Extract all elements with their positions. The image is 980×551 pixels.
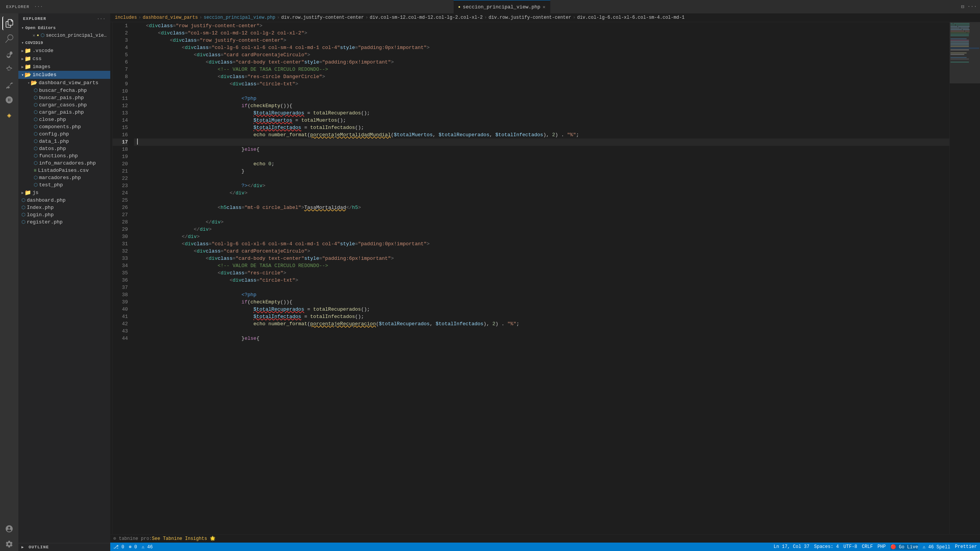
code-line-19 — [134, 153, 949, 160]
breadcrumb-includes[interactable]: includes — [115, 15, 137, 20]
tree-item-test-php[interactable]: ⬡ test_php — [18, 181, 110, 189]
tree-item-js[interactable]: ▶ 📁 js — [18, 189, 110, 197]
accounts-activity-icon[interactable] — [2, 522, 16, 536]
tree-item-marcadores[interactable]: ⬡ marcadores.php — [18, 174, 110, 181]
open-editors-chevron: ▾ — [21, 26, 24, 30]
code-line-13: $totalRecuperados = totalRecuperados(); — [134, 109, 949, 117]
code-line-2: <div class="col-sm-12 col-md-12 col-lg-2… — [134, 29, 949, 37]
prettier-status[interactable]: Prettier — [955, 544, 977, 549]
spaces-status[interactable]: Spaces: 4 — [814, 544, 839, 549]
spell-check-status[interactable]: ⚠ 46 Spell — [923, 544, 950, 550]
tree-label-bp: buscar_pais.php — [39, 95, 84, 101]
encoding-status[interactable]: UTF-8 — [843, 544, 857, 549]
tree-label-images: images — [33, 64, 51, 70]
remote-activity-icon[interactable] — [2, 93, 16, 107]
warning-status[interactable]: ⚠ 46 — [142, 544, 153, 550]
tab-close-button[interactable]: ✕ — [543, 4, 546, 10]
code-line-17 — [134, 139, 949, 146]
explorer-activity-icon[interactable] — [2, 16, 16, 30]
tree-item-functions[interactable]: ⬡ functions.php — [18, 152, 110, 160]
code-line-12: if(checkEmpty()){ — [134, 102, 949, 109]
source-control-activity-icon[interactable] — [2, 47, 16, 61]
go-live-status[interactable]: 🔴 Go Live — [890, 544, 918, 550]
tree-label-mc: marcadores.php — [39, 175, 81, 181]
more-actions-icon[interactable]: ··· — [967, 3, 977, 10]
project-section[interactable]: ▾ COVID19 — [18, 39, 110, 47]
code-line-39: if(checkEmpty()){ — [134, 298, 949, 306]
tree-item-info-marc[interactable]: ⬡ info_marcadores.php — [18, 160, 110, 167]
folder-chevron: ▶ — [21, 49, 24, 53]
tree-label-css: css — [33, 56, 41, 62]
open-editor-item[interactable]: ✕ ● ⬡ seccion_principal_view.php — [18, 32, 110, 39]
php-file-icon-db: ⬡ — [21, 197, 25, 203]
code-line-21: } — [134, 168, 949, 175]
tree-item-close[interactable]: ⬡ close.php — [18, 116, 110, 123]
open-editors-section[interactable]: ▾ Open Editors — [18, 24, 110, 32]
tree-item-dashboard-parts[interactable]: ▾ 📂 dashboard_view_parts — [18, 79, 110, 87]
tree-item-config[interactable]: ⬡ config.php — [18, 130, 110, 138]
split-editor-icon[interactable]: ⊟ — [961, 3, 964, 10]
outline-section[interactable]: ▶ Outline — [18, 543, 110, 551]
language-status[interactable]: PHP — [877, 544, 886, 549]
code-line-24: </div> — [134, 189, 949, 197]
tabnine-activity-icon[interactable]: ◈ — [2, 108, 16, 122]
php-file-icon-im: ⬡ — [34, 160, 38, 166]
code-line-9: <div class="circle-txt"> — [134, 80, 949, 88]
error-status[interactable]: ⊗ 0 — [129, 544, 137, 550]
code-line-43 — [134, 328, 949, 335]
tabnine-insights-link[interactable]: See Tabnine Insights 🌟 — [152, 536, 216, 541]
tree-item-images[interactable]: ▶ 📁 images — [18, 63, 110, 71]
breadcrumb-el3[interactable]: div.row.justify-content-center — [488, 15, 571, 20]
tree-item-login[interactable]: ⬡ login.php — [18, 211, 110, 218]
tree-item-register[interactable]: ⬡ register.php — [18, 218, 110, 226]
active-tab[interactable]: ● seccion_principal_view.php ✕ — [454, 0, 550, 13]
explorer-menu-icon[interactable]: ··· — [34, 4, 43, 10]
breadcrumb-el2[interactable]: div.col-sm-12.col-md-12.col-lg-2.col-xl-… — [370, 15, 483, 20]
tree-label-vscode: .vscode — [33, 48, 54, 54]
tree-item-cargar-pais[interactable]: ⬡ cargar_pais.php — [18, 109, 110, 116]
line-endings-status[interactable]: CRLF — [862, 544, 873, 549]
tree-label-bf: buscar_fecha.php — [39, 88, 87, 93]
tree-item-data1[interactable]: ⬡ data_1.php — [18, 138, 110, 145]
project-label: COVID19 — [25, 41, 43, 45]
code-line-7: <!-- VALOR DE TASA CIRCULO REDONDO--> — [134, 66, 949, 73]
search-activity-icon[interactable] — [2, 32, 16, 46]
tree-item-listado[interactable]: ≡ ListadoPaises.csv — [18, 167, 110, 174]
cursor-position-status[interactable]: Ln 17, Col 37 — [774, 544, 810, 549]
tree-item-buscar-pais[interactable]: ⬡ buscar_pais.php — [18, 94, 110, 101]
breadcrumb-el4[interactable]: div.col-lg-6.col-xl-6.col-sm-4.col-md-1 — [577, 15, 684, 20]
sidebar-menu[interactable]: ··· — [97, 16, 106, 21]
open-editor-name: seccion_principal_view.php — [46, 33, 107, 38]
tree-item-components[interactable]: ⬡ components.php — [18, 123, 110, 130]
debug-activity-icon[interactable] — [2, 62, 16, 76]
open-editor-close-icon[interactable]: ✕ — [33, 33, 35, 38]
code-line-8: <div class="res-circle DangerCircle"> — [134, 73, 949, 80]
line-numbers: 1 2 3 4 5 6 7 8 9 10 11 12 13 14 15 16 1 — [113, 22, 131, 534]
code-content[interactable]: <div class="row justify-content-center">… — [131, 22, 949, 534]
code-editor[interactable]: 1 2 3 4 5 6 7 8 9 10 11 12 13 14 15 16 1 — [110, 22, 980, 534]
tree-item-includes[interactable]: ▾ 📂 includes — [18, 71, 110, 79]
minimap-content: ████ ████████████████████████████ ██████… — [950, 22, 980, 534]
folder-chevron-dvp: ▾ — [28, 81, 30, 85]
breadcrumb-el1[interactable]: div.row.justify-content-center — [281, 15, 364, 20]
tree-item-cargar-casos[interactable]: ⬡ cargar_casos.php — [18, 101, 110, 109]
extensions-activity-icon[interactable] — [2, 78, 16, 91]
tree-label-dvp: dashboard_view_parts — [39, 80, 98, 86]
tree-item-vscode[interactable]: ▶ 📁 .vscode — [18, 47, 110, 55]
tree-item-datos[interactable]: ⬡ datos.php — [18, 145, 110, 152]
tree-item-buscar-fecha[interactable]: ⬡ buscar_fecha.php — [18, 87, 110, 94]
code-line-11: <?php — [134, 95, 949, 102]
tree-label-d1: data_1.php — [39, 139, 69, 144]
tree-item-index[interactable]: ⬡ Index.php — [18, 204, 110, 211]
breadcrumb: includes › dashboard_view_parts › seccio… — [110, 13, 980, 22]
tree-label-db: dashboard.php — [27, 197, 65, 203]
tree-item-css[interactable]: ▶ 📁 css — [18, 55, 110, 63]
breadcrumb-file[interactable]: seccion_principal_view.php — [204, 15, 275, 20]
breadcrumb-dvp[interactable]: dashboard_view_parts — [143, 15, 198, 20]
settings-activity-icon[interactable] — [2, 537, 16, 551]
tree-label-cfg: config.php — [39, 131, 69, 137]
folder-chevron-images: ▶ — [21, 65, 24, 69]
git-status[interactable]: ⎇ 0 — [113, 544, 124, 550]
editor-area: includes › dashboard_view_parts › seccio… — [110, 13, 980, 551]
tree-item-dashboard[interactable]: ⬡ dashboard.php — [18, 197, 110, 204]
